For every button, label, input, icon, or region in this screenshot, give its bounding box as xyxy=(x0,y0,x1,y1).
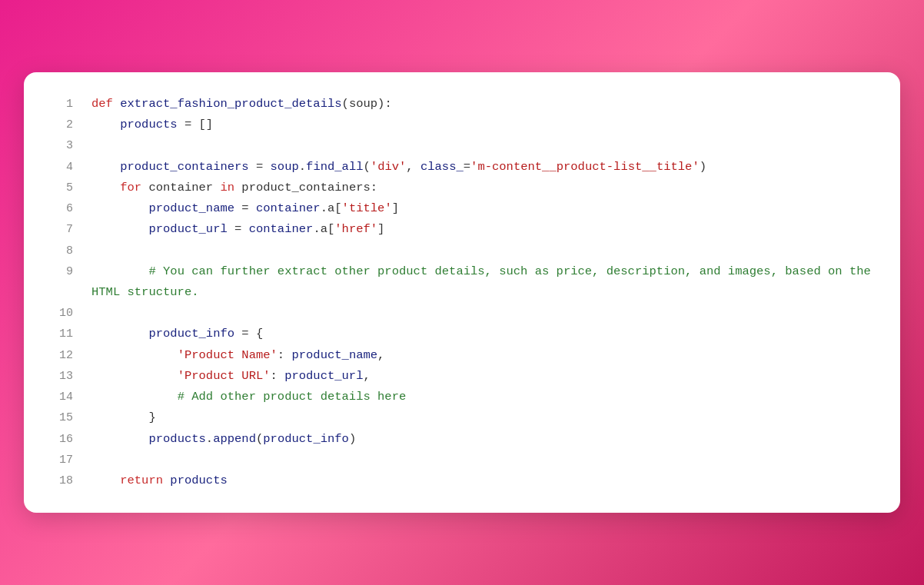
code-token xyxy=(91,201,148,215)
code-token xyxy=(91,222,148,236)
line-content xyxy=(91,450,876,470)
code-token: return xyxy=(120,474,170,487)
code-token: # You can further extract other product … xyxy=(91,264,878,299)
code-token: product_name xyxy=(291,348,377,362)
code-token: = xyxy=(249,160,271,174)
code-line: 1def extract_fashion_product_details(sou… xyxy=(48,94,876,115)
code-token: products xyxy=(148,432,205,446)
code-token: , xyxy=(377,348,384,362)
code-token: : xyxy=(271,369,285,383)
code-token: (soup): xyxy=(342,97,392,111)
code-token: class_ xyxy=(420,160,464,174)
line-number: 9 xyxy=(48,261,73,282)
code-token: . xyxy=(206,432,213,446)
line-number: 10 xyxy=(48,303,73,324)
code-token: . xyxy=(299,160,306,174)
code-token: ( xyxy=(256,432,263,446)
code-token: for xyxy=(120,181,148,194)
code-token xyxy=(91,181,120,194)
code-line: 16 products.append(product_info) xyxy=(48,429,876,450)
code-token: 'm-content__product-list__title' xyxy=(470,160,700,174)
code-token: product_info xyxy=(148,327,234,341)
code-line: 14 # Add other product details here xyxy=(48,387,876,407)
line-content: } xyxy=(91,407,876,428)
line-number: 12 xyxy=(48,345,73,366)
code-token: container xyxy=(256,201,321,215)
line-content: 'Product Name': product_name, xyxy=(91,345,876,366)
code-token: = xyxy=(228,222,249,236)
code-line: 12 'Product Name': product_name, xyxy=(48,345,876,366)
code-line: 2 products = [] xyxy=(48,115,876,135)
line-content: # You can further extract other product … xyxy=(91,261,876,303)
code-token xyxy=(91,327,148,341)
code-block: 1def extract_fashion_product_details(sou… xyxy=(48,94,876,492)
line-content: 'Product URL': product_url, xyxy=(91,366,876,387)
code-token xyxy=(91,432,148,446)
line-content: for container in product_containers: xyxy=(91,178,876,198)
code-token: .a[ xyxy=(321,201,342,215)
code-token: product_info xyxy=(263,432,349,446)
line-content: product_url = container.a['href'] xyxy=(91,219,876,240)
code-line: 11 product_info = { xyxy=(48,324,876,344)
code-line: 17 xyxy=(48,450,876,470)
line-number: 17 xyxy=(48,450,73,470)
code-token: 'title' xyxy=(342,201,392,215)
code-token: def xyxy=(91,97,120,111)
code-token xyxy=(91,118,120,131)
code-token: 'div' xyxy=(371,160,407,174)
code-token: = xyxy=(234,201,256,215)
code-token: products xyxy=(170,474,227,487)
line-content: products.append(product_info) xyxy=(91,429,876,450)
code-token: product_containers: xyxy=(241,181,377,194)
line-number: 15 xyxy=(48,407,73,428)
code-viewer: 1def extract_fashion_product_details(sou… xyxy=(24,72,900,514)
line-number: 14 xyxy=(48,387,73,407)
line-number: 18 xyxy=(48,470,73,491)
line-content xyxy=(91,241,876,261)
line-number: 11 xyxy=(48,324,73,344)
code-token: ] xyxy=(392,201,399,215)
code-line: 6 product_name = container.a['title'] xyxy=(48,198,876,219)
code-line: 7 product_url = container.a['href'] xyxy=(48,219,876,240)
code-token: ( xyxy=(364,160,371,174)
code-token: 'Product URL' xyxy=(178,369,271,383)
line-number: 5 xyxy=(48,178,73,198)
code-token: # Add other product details here xyxy=(91,390,406,404)
code-token: find_all xyxy=(306,160,363,174)
line-number: 13 xyxy=(48,366,73,387)
line-content: product_info = { xyxy=(91,324,876,344)
code-line: 18 return products xyxy=(48,470,876,491)
code-token: ) xyxy=(349,432,356,446)
line-number: 7 xyxy=(48,219,73,240)
code-token: product_containers xyxy=(120,160,248,174)
line-content: def extract_fashion_product_details(soup… xyxy=(91,94,876,115)
line-number: 16 xyxy=(48,429,73,450)
code-token xyxy=(91,474,120,487)
code-token: = xyxy=(464,160,470,174)
code-token: products xyxy=(120,118,177,131)
code-token: soup xyxy=(271,160,299,174)
line-number: 4 xyxy=(48,157,73,178)
line-content: product_name = container.a['title'] xyxy=(91,198,876,219)
code-token: = { xyxy=(234,327,263,341)
code-line: 13 'Product URL': product_url, xyxy=(48,366,876,387)
line-number: 8 xyxy=(48,241,73,261)
code-token: product_url xyxy=(284,369,363,383)
line-content xyxy=(91,303,876,324)
code-token: container xyxy=(148,181,220,194)
code-token: product_name xyxy=(148,201,234,215)
code-line: 3 xyxy=(48,135,876,156)
code-token: in xyxy=(220,181,241,194)
code-token: 'href' xyxy=(334,222,377,236)
code-token: , xyxy=(363,369,370,383)
code-token: ) xyxy=(700,160,706,174)
code-token xyxy=(91,160,120,174)
code-line: 5 for container in product_containers: xyxy=(48,178,876,198)
line-content xyxy=(91,135,876,156)
code-token: } xyxy=(91,410,156,424)
code-token: product_url xyxy=(148,222,227,236)
code-line: 9 # You can further extract other produc… xyxy=(48,261,876,303)
code-token: 'Product Name' xyxy=(178,348,278,362)
code-token xyxy=(91,348,178,362)
line-number: 1 xyxy=(48,94,73,115)
